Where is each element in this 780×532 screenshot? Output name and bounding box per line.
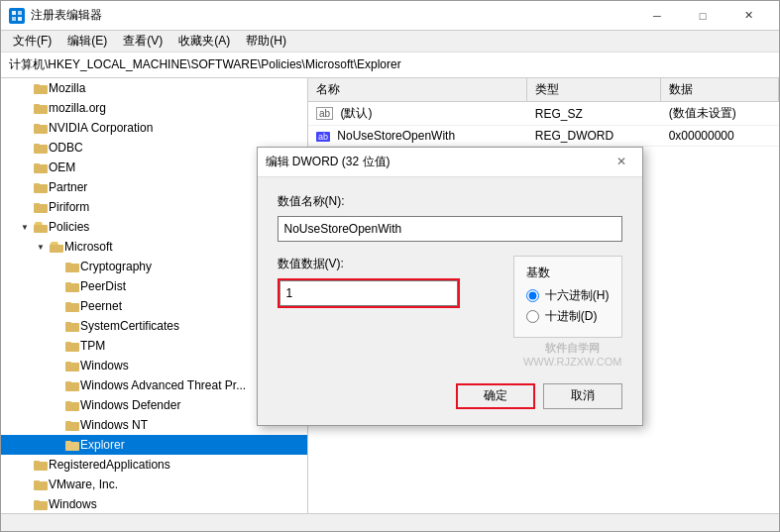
row-type-nousestoreopenwith: REG_DWORD bbox=[527, 126, 661, 147]
watermark-line1: 软件自学网 bbox=[523, 341, 622, 356]
maximize-button[interactable]: □ bbox=[680, 1, 725, 31]
svg-rect-23 bbox=[65, 282, 71, 284]
svg-rect-7 bbox=[34, 104, 40, 106]
svg-rect-3 bbox=[18, 17, 22, 21]
base-title: 基数 bbox=[526, 265, 610, 281]
folder-icon bbox=[33, 179, 49, 195]
tree-item-mozillaorg[interactable]: ▶ mozilla.org bbox=[1, 98, 307, 118]
cancel-button[interactable]: 取消 bbox=[543, 383, 622, 409]
tree-label-cryptography: Cryptography bbox=[80, 260, 152, 273]
menu-help[interactable]: 帮助(H) bbox=[238, 31, 294, 52]
svg-rect-4 bbox=[34, 85, 48, 94]
hex-radio-text: 十六进制(H) bbox=[545, 287, 610, 304]
svg-rect-43 bbox=[34, 480, 40, 482]
close-button[interactable]: ✕ bbox=[725, 1, 771, 31]
decimal-radio[interactable] bbox=[526, 310, 539, 323]
col-header-type: 类型 bbox=[527, 78, 661, 102]
svg-rect-13 bbox=[34, 163, 40, 165]
folder-icon bbox=[64, 318, 80, 334]
svg-rect-16 bbox=[34, 204, 48, 213]
tree-item-windows-root[interactable]: ▶ Windows bbox=[1, 494, 307, 513]
value-name-input[interactable] bbox=[278, 216, 622, 242]
svg-rect-5 bbox=[34, 84, 40, 86]
folder-icon bbox=[33, 457, 49, 473]
row-data-default: (数值未设置) bbox=[661, 102, 779, 126]
hex-radio[interactable] bbox=[526, 289, 539, 302]
hex-radio-label[interactable]: 十六进制(H) bbox=[526, 287, 610, 304]
svg-rect-12 bbox=[34, 164, 48, 173]
tree-label-peernet: Peernet bbox=[80, 299, 122, 313]
tree-item-nvidia[interactable]: ▶ NVIDIA Corporation bbox=[1, 118, 307, 138]
svg-rect-2 bbox=[12, 17, 16, 21]
tree-item-mozilla[interactable]: ▶ Mozilla bbox=[1, 78, 307, 98]
tree-label-windows-root: Windows bbox=[49, 497, 97, 511]
row-type-default: REG_SZ bbox=[527, 102, 661, 126]
folder-icon bbox=[64, 278, 80, 294]
dialog-row: 数值数据(V): 基数 十六进制(H) 十进制(D) bbox=[278, 256, 622, 338]
svg-rect-1 bbox=[18, 11, 22, 15]
svg-rect-22 bbox=[65, 283, 79, 292]
dialog-body: 数值名称(N): 数值数据(V): 基数 十六进制(H) bbox=[258, 177, 642, 425]
svg-rect-17 bbox=[34, 203, 40, 205]
tree-item-explorer[interactable]: ▶ Explorer bbox=[1, 435, 307, 455]
folder-icon bbox=[64, 397, 80, 413]
svg-rect-41 bbox=[34, 461, 40, 463]
decimal-radio-text: 十进制(D) bbox=[545, 308, 598, 325]
menu-view[interactable]: 查看(V) bbox=[115, 31, 170, 52]
address-bar: 计算机\HKEY_LOCAL_MACHINE\SOFTWARE\Policies… bbox=[1, 53, 779, 78]
folder-icon bbox=[33, 477, 49, 492]
dialog-close-button[interactable]: ✕ bbox=[609, 149, 634, 174]
ok-button[interactable]: 确定 bbox=[456, 383, 535, 409]
tree-label-explorer: Explorer bbox=[80, 438, 125, 452]
menu-favorites[interactable]: 收藏夹(A) bbox=[170, 31, 238, 52]
svg-rect-27 bbox=[65, 322, 71, 324]
dialog-title: 编辑 DWORD (32 位值) bbox=[266, 154, 609, 170]
folder-icon bbox=[64, 259, 80, 274]
svg-rect-15 bbox=[34, 183, 40, 185]
status-bar bbox=[1, 513, 779, 531]
tree-label-windowsatp: Windows Advanced Threat Pr... bbox=[80, 378, 246, 392]
svg-rect-30 bbox=[65, 363, 79, 372]
svg-rect-33 bbox=[65, 381, 71, 383]
svg-rect-9 bbox=[34, 124, 40, 126]
window-title: 注册表编辑器 bbox=[31, 7, 634, 24]
svg-rect-11 bbox=[34, 144, 40, 146]
tree-label-mozillaorg: mozilla.org bbox=[49, 101, 106, 115]
row-name-default: ab (默认) bbox=[308, 102, 527, 126]
table-row[interactable]: ab NoUseStoreOpenWith REG_DWORD 0x000000… bbox=[308, 126, 779, 147]
menu-edit[interactable]: 编辑(E) bbox=[59, 31, 115, 52]
svg-rect-26 bbox=[65, 323, 79, 332]
watermark-line2: WWW.RJZXW.COM bbox=[523, 356, 622, 368]
menu-file[interactable]: 文件(F) bbox=[5, 31, 59, 52]
svg-rect-14 bbox=[34, 184, 48, 193]
menu-bar: 文件(F) 编辑(E) 查看(V) 收藏夹(A) 帮助(H) bbox=[1, 31, 779, 53]
value-data-input[interactable] bbox=[279, 280, 458, 306]
col-header-name: 名称 bbox=[308, 78, 527, 102]
tree-item-vmware[interactable]: ▶ VMware, Inc. bbox=[1, 475, 307, 494]
svg-rect-32 bbox=[65, 382, 79, 391]
tree-label-policies: Policies bbox=[49, 220, 89, 234]
tree-item-registeredapps[interactable]: ▶ RegisteredApplications bbox=[1, 455, 307, 475]
minimize-button[interactable]: ─ bbox=[634, 1, 680, 31]
folder-icon bbox=[33, 120, 49, 136]
row-data-nousestoreopenwith: 0x00000000 bbox=[661, 126, 779, 147]
tree-label-peerdist: PeerDist bbox=[80, 279, 126, 293]
svg-rect-37 bbox=[65, 421, 71, 423]
folder-icon bbox=[64, 338, 80, 354]
folder-open-icon bbox=[33, 219, 49, 235]
col-header-data: 数据 bbox=[661, 78, 779, 102]
svg-rect-35 bbox=[65, 401, 71, 403]
svg-rect-42 bbox=[34, 481, 48, 490]
row-name-nousestoreopenwith: ab NoUseStoreOpenWith bbox=[308, 126, 527, 147]
tree-label-nvidia: NVIDIA Corporation bbox=[49, 121, 153, 135]
decimal-radio-label[interactable]: 十进制(D) bbox=[526, 308, 610, 325]
folder-icon bbox=[33, 199, 49, 215]
table-row[interactable]: ab (默认) REG_SZ (数值未设置) bbox=[308, 102, 779, 126]
value-data-section: 数值数据(V): bbox=[278, 256, 498, 308]
svg-rect-21 bbox=[65, 263, 71, 265]
svg-rect-20 bbox=[65, 264, 79, 272]
tree-label-windowsnt: Windows NT bbox=[80, 418, 148, 432]
edit-dword-dialog: 编辑 DWORD (32 位值) ✕ 数值名称(N): 数值数据(V): 基数 bbox=[257, 147, 643, 426]
tree-label-odbc: ODBC bbox=[49, 141, 83, 155]
folder-icon bbox=[33, 160, 49, 175]
